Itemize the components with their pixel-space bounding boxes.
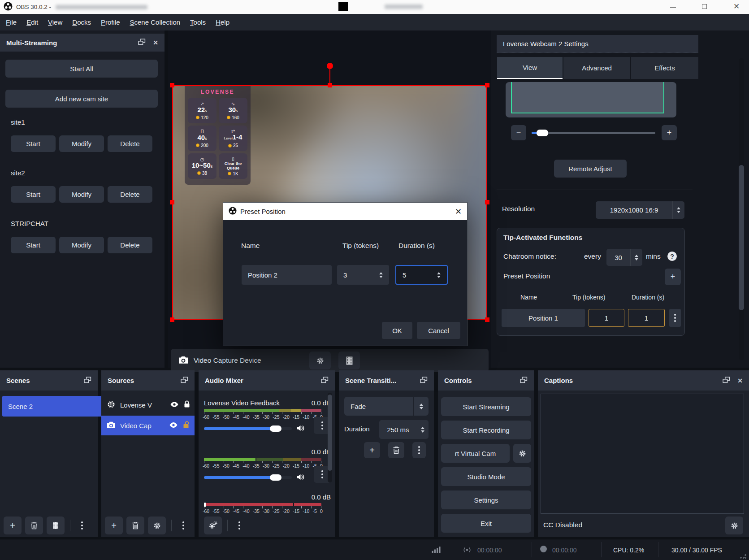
popout-icon[interactable] xyxy=(181,377,188,385)
advanced-audio-button[interactable] xyxy=(204,517,222,534)
menu-file[interactable]: File xyxy=(1,18,22,26)
close-dock-icon[interactable]: ✕ xyxy=(737,377,743,384)
settings-button[interactable]: Settings xyxy=(441,491,531,509)
add-source-button[interactable]: + xyxy=(105,517,123,534)
add-scene-button[interactable]: + xyxy=(4,517,22,534)
menu-docks[interactable]: Docks xyxy=(67,18,96,26)
selection-handle[interactable] xyxy=(170,83,174,87)
preset-row-menu-button[interactable] xyxy=(669,309,681,327)
chevron-updown-icon[interactable] xyxy=(630,249,642,266)
settings-scrollbar-thumb[interactable] xyxy=(739,165,744,310)
site1-delete-button[interactable]: Delete xyxy=(108,135,152,152)
menu-tools[interactable]: Tools xyxy=(185,18,211,26)
preset-name-input[interactable]: Position 2 xyxy=(242,265,332,285)
remove-transition-button[interactable] xyxy=(388,442,404,458)
tab-effects[interactable]: Effects xyxy=(631,57,698,79)
transition-dropdown[interactable]: Fade xyxy=(344,397,413,416)
help-icon[interactable]: ? xyxy=(667,252,677,261)
mixer-menu-button[interactable] xyxy=(233,517,246,534)
transition-duration-spinner[interactable]: 250 ms xyxy=(379,420,429,439)
volume-slider-knob[interactable] xyxy=(270,474,281,481)
captions-text-area[interactable] xyxy=(541,394,744,514)
close-button[interactable]: ✕ xyxy=(733,3,740,10)
source-row-video-capture-selected[interactable]: Video Cap xyxy=(101,416,195,435)
ok-button[interactable]: OK xyxy=(382,322,412,339)
duration-spinner-focused[interactable]: 5 xyxy=(395,265,448,285)
scene-filters-button[interactable] xyxy=(47,517,65,534)
popout-icon[interactable] xyxy=(723,377,730,385)
popout-icon[interactable] xyxy=(84,377,91,385)
transitions-menu-button[interactable] xyxy=(412,442,426,458)
exit-button[interactable]: Exit xyxy=(441,514,531,533)
remove-source-button[interactable] xyxy=(126,517,144,534)
close-dock-icon[interactable]: ✕ xyxy=(153,39,158,46)
zoom-in-button[interactable]: + xyxy=(662,125,677,140)
virtual-cam-settings-button[interactable] xyxy=(513,444,531,463)
add-cam-site-button[interactable]: Add new cam site xyxy=(5,90,158,108)
remove-scene-button[interactable] xyxy=(25,517,43,534)
popout-icon[interactable] xyxy=(138,39,146,47)
site2-start-button[interactable]: Start xyxy=(11,186,56,203)
popout-icon[interactable] xyxy=(520,377,528,385)
mixer-scrollbar[interactable] xyxy=(328,393,332,482)
sources-menu-button[interactable] xyxy=(177,517,190,534)
maximize-button[interactable] xyxy=(702,4,707,9)
selection-handle[interactable] xyxy=(328,83,332,87)
menu-scene-collection[interactable]: Scene Collection xyxy=(125,18,186,26)
source-properties-button[interactable] xyxy=(148,517,166,534)
selection-handle[interactable] xyxy=(485,83,489,87)
preset-row-tip[interactable]: 1 xyxy=(589,309,624,327)
cancel-button[interactable]: Cancel xyxy=(417,322,460,339)
add-preset-button[interactable]: + xyxy=(665,269,681,285)
menu-help[interactable]: Help xyxy=(211,18,234,26)
dialog-close-icon[interactable]: ✕ xyxy=(455,207,462,217)
zoom-slider[interactable] xyxy=(532,132,655,134)
tab-view[interactable]: View xyxy=(497,57,563,79)
popout-icon[interactable] xyxy=(420,377,428,385)
lock-locked-icon[interactable] xyxy=(184,400,190,409)
scenes-menu-button[interactable] xyxy=(76,517,88,534)
settings-scrollbar[interactable] xyxy=(739,58,744,360)
lock-unlocked-icon[interactable] xyxy=(183,421,190,430)
resize-grip[interactable] xyxy=(740,552,747,559)
selection-handle[interactable] xyxy=(485,200,489,204)
selection-handle[interactable] xyxy=(485,317,489,322)
site1-start-button[interactable]: Start xyxy=(11,135,56,152)
start-all-button[interactable]: Start All xyxy=(5,60,158,78)
selection-handle[interactable] xyxy=(170,317,174,322)
mixer-scrollbar-thumb[interactable] xyxy=(328,395,332,471)
selection-handle[interactable] xyxy=(170,200,174,204)
remote-adjust-button[interactable]: Remote Adjust xyxy=(554,160,627,178)
notice-interval-spinner[interactable]: 30 xyxy=(606,249,642,266)
preset-row-duration[interactable]: 1 xyxy=(628,309,665,327)
stripchat-start-button[interactable]: Start xyxy=(11,237,56,253)
add-transition-button[interactable]: + xyxy=(364,442,380,458)
volume-slider[interactable] xyxy=(204,476,292,479)
site1-modify-button[interactable]: Modify xyxy=(59,135,104,152)
start-virtual-cam-button[interactable]: rt Virtual Cam xyxy=(441,444,510,463)
chevron-updown-icon[interactable] xyxy=(417,420,429,439)
rotate-handle[interactable] xyxy=(327,63,333,69)
source-properties-button[interactable] xyxy=(309,352,331,369)
menu-edit[interactable]: Edit xyxy=(22,18,43,26)
zoom-out-button[interactable]: − xyxy=(511,125,526,140)
menu-profile[interactable]: Profile xyxy=(96,18,125,26)
crop-region-rect[interactable] xyxy=(511,82,664,113)
site2-modify-button[interactable]: Modify xyxy=(59,186,104,203)
scene-item-selected[interactable]: Scene 2 xyxy=(2,396,105,417)
studio-mode-button[interactable]: Studio Mode xyxy=(441,467,531,486)
stripchat-delete-button[interactable]: Delete xyxy=(108,237,152,253)
chevron-updown-icon[interactable] xyxy=(379,272,383,278)
start-streaming-button[interactable]: Start Streaming xyxy=(441,397,531,416)
volume-slider-knob[interactable] xyxy=(270,425,281,432)
source-row-lovense[interactable]: Lovense V xyxy=(101,395,195,415)
transition-dropdown-arrows[interactable] xyxy=(414,397,429,416)
zoom-slider-knob[interactable] xyxy=(537,130,548,136)
menu-view[interactable]: View xyxy=(43,18,67,26)
tip-tokens-spinner[interactable]: 3 xyxy=(337,265,389,285)
stripchat-modify-button[interactable]: Modify xyxy=(59,237,104,253)
chevron-updown-icon[interactable] xyxy=(672,201,684,219)
start-recording-button[interactable]: Start Recording xyxy=(441,421,531,439)
eye-visible-icon[interactable] xyxy=(169,422,178,430)
preset-row-name[interactable]: Position 1 xyxy=(502,309,585,327)
